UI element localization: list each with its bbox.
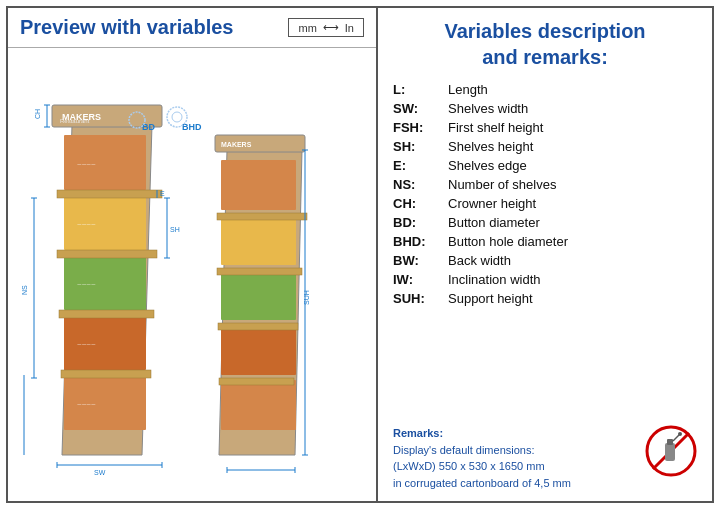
svg-rect-15: [61, 370, 151, 378]
var-row: BHD:Button hole diameter: [393, 234, 697, 249]
left-panel: Preview with variables mm ⟷ In: [8, 8, 378, 501]
svg-rect-55: [217, 268, 302, 275]
var-abbr: IW:: [393, 272, 448, 287]
main-container: Preview with variables mm ⟷ In: [6, 6, 714, 503]
svg-text:SH: SH: [170, 226, 180, 233]
var-desc: Support height: [448, 291, 533, 306]
var-row: SH:Shelves height: [393, 139, 697, 154]
preview-title: Preview with variables: [20, 16, 233, 39]
var-row: BW:Back width: [393, 253, 697, 268]
var-row: L:Length: [393, 82, 697, 97]
remarks-text: Remarks: Display's default dimensions: (…: [393, 425, 637, 491]
svg-text:SW: SW: [94, 469, 106, 475]
var-row: SUH:Support height: [393, 291, 697, 306]
var-desc: Shelves edge: [448, 158, 527, 173]
var-abbr: SH:: [393, 139, 448, 154]
no-sign-icon: [645, 425, 697, 477]
svg-text:E: E: [160, 190, 165, 197]
variables-table: L:LengthSW:Shelves widthFSH:First shelf …: [393, 82, 697, 417]
svg-rect-50: [221, 215, 296, 265]
svg-rect-73: [667, 439, 673, 445]
svg-rect-53: [221, 380, 296, 430]
var-desc: Shelves height: [448, 139, 533, 154]
var-row: FSH:First shelf height: [393, 120, 697, 135]
svg-rect-72: [665, 443, 675, 461]
var-desc: First shelf height: [448, 120, 543, 135]
preview-area: ~~~~ ~~~~ ~~~~ ~~~~ ~~~~ MAKERS Restaura…: [8, 48, 376, 501]
svg-text:~~~~: ~~~~: [77, 340, 96, 349]
var-desc: Number of shelves: [448, 177, 556, 192]
svg-text:CH: CH: [34, 108, 41, 118]
svg-text:~~~~: ~~~~: [77, 400, 96, 409]
var-row: SW:Shelves width: [393, 101, 697, 116]
svg-rect-54: [217, 213, 307, 220]
svg-text:~~~~: ~~~~: [77, 280, 96, 289]
var-desc: Back width: [448, 253, 511, 268]
var-desc: Button diameter: [448, 215, 540, 230]
unit-toggle[interactable]: mm ⟷ In: [288, 18, 364, 37]
var-desc: Button hole diameter: [448, 234, 568, 249]
svg-text:NS: NS: [22, 284, 28, 294]
var-abbr: E:: [393, 158, 448, 173]
svg-text:MAKERS: MAKERS: [221, 141, 252, 148]
svg-text:SUH: SUH: [303, 290, 310, 305]
var-desc: Crowner height: [448, 196, 536, 211]
var-abbr: CH:: [393, 196, 448, 211]
svg-rect-57: [219, 378, 294, 385]
var-abbr: L:: [393, 82, 448, 97]
var-row: BD:Button diameter: [393, 215, 697, 230]
var-desc: Inclination width: [448, 272, 541, 287]
unit-mm: mm: [298, 22, 316, 34]
svg-rect-56: [218, 323, 298, 330]
svg-rect-49: [221, 160, 296, 210]
var-abbr: SW:: [393, 101, 448, 116]
right-title: Variables description and remarks:: [393, 18, 697, 70]
unit-in: In: [345, 22, 354, 34]
remarks-section: Remarks: Display's default dimensions: (…: [393, 425, 697, 491]
var-abbr: BHD:: [393, 234, 448, 249]
display-illustration: ~~~~ ~~~~ ~~~~ ~~~~ ~~~~ MAKERS Restaura…: [22, 75, 362, 475]
right-panel: Variables description and remarks: L:Len…: [378, 8, 712, 501]
var-desc: Length: [448, 82, 488, 97]
svg-rect-13: [57, 250, 157, 258]
var-desc: Shelves width: [448, 101, 528, 116]
svg-text:~~~~: ~~~~: [77, 220, 96, 229]
svg-rect-12: [57, 190, 162, 198]
svg-rect-52: [221, 325, 296, 375]
var-row: E:Shelves edge: [393, 158, 697, 173]
left-header: Preview with variables mm ⟷ In: [8, 8, 376, 48]
svg-point-75: [678, 432, 682, 436]
svg-rect-14: [59, 310, 154, 318]
var-abbr: FSH:: [393, 120, 448, 135]
var-abbr: NS:: [393, 177, 448, 192]
var-abbr: BW:: [393, 253, 448, 268]
var-row: NS:Number of shelves: [393, 177, 697, 192]
var-row: IW:Inclination width: [393, 272, 697, 287]
svg-rect-51: [221, 270, 296, 320]
var-abbr: BD:: [393, 215, 448, 230]
var-row: CH:Crowner height: [393, 196, 697, 211]
unit-arrow: ⟷: [323, 21, 339, 34]
svg-text:~~~~: ~~~~: [77, 160, 96, 169]
var-abbr: SUH:: [393, 291, 448, 306]
svg-text:Restaurant: Restaurant: [60, 118, 90, 124]
